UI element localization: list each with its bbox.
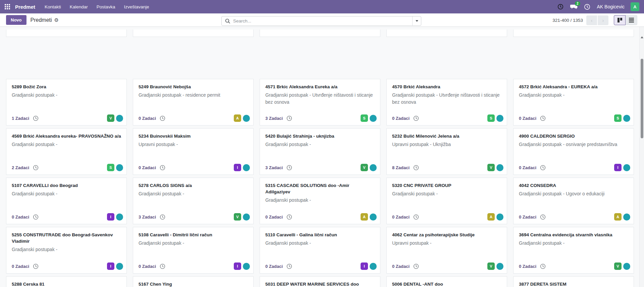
timer-clock-icon[interactable]	[557, 3, 564, 10]
stage-avatar-dot[interactable]	[623, 164, 630, 171]
kanban-card[interactable]: 4570 Brkić Aleksandra Gradjanski postupa…	[386, 79, 507, 126]
card-tasks-link[interactable]: 8 Zadaci	[392, 165, 410, 170]
kanban-card[interactable]: 5288 Cerska 81 Gradjanski postupak - 0 Z…	[6, 276, 127, 287]
search-filters-toggle[interactable]	[412, 16, 421, 26]
activity-clock-icon[interactable]	[286, 214, 292, 220]
assignee-avatar-badge[interactable]: I	[234, 262, 241, 270]
stage-avatar-dot[interactable]	[116, 164, 123, 171]
kanban-card[interactable]: 4569 Brkić Aleksandra eureka- PRAVOSNAŽN…	[6, 128, 127, 175]
kanban-card[interactable]: 5315 CASCADE SOLUTIONS doo -Amir Adilgaz…	[260, 178, 380, 224]
pager-next-button[interactable]: ›	[598, 15, 608, 25]
activities-clock-icon[interactable]	[584, 3, 591, 10]
card-tasks-link[interactable]: 0 Zadaci	[519, 264, 536, 269]
kanban-card[interactable]: 4572 Brkić Aleksandra - EUREKA a/a Gradj…	[513, 79, 634, 126]
card-tasks-link[interactable]: 0 Zadaci	[519, 165, 536, 170]
stage-avatar-dot[interactable]	[496, 164, 503, 171]
stage-avatar-dot[interactable]	[243, 263, 250, 270]
menu-item-postavka[interactable]: Postavka	[97, 4, 115, 9]
kanban-card[interactable]: 5420 Bulajić Strahinja - uknjizba Gradja…	[260, 128, 380, 175]
activity-clock-icon[interactable]	[33, 165, 39, 171]
kanban-card[interactable]: 5031 DEEP WATER MARINE SERVICES doo Beog…	[260, 276, 380, 287]
scroll-up-arrow-icon[interactable]	[641, 36, 643, 38]
activity-clock-icon[interactable]	[540, 214, 546, 220]
stage-avatar-dot[interactable]	[370, 213, 377, 221]
card-tasks-link[interactable]: 3 Zadaci	[265, 116, 283, 121]
stage-avatar-dot[interactable]	[496, 115, 503, 122]
activity-clock-icon[interactable]	[413, 115, 419, 121]
card-tasks-link[interactable]: 0 Zadaci	[392, 214, 410, 220]
assignee-avatar-badge[interactable]: A	[234, 114, 241, 122]
kanban-card[interactable]: 5234 Buinovskii Maksim Upravni postupak …	[133, 128, 254, 175]
card-tasks-link[interactable]: 0 Zadaci	[265, 214, 283, 220]
assignee-avatar-badge[interactable]: S	[107, 164, 114, 171]
card-tasks-link[interactable]: 0 Zadaci	[139, 116, 156, 121]
view-switch-list-button[interactable]	[626, 15, 637, 25]
assignee-avatar-badge[interactable]: I	[107, 213, 114, 221]
stage-avatar-dot[interactable]	[623, 115, 630, 122]
activity-clock-icon[interactable]	[160, 165, 165, 171]
card-tasks-link[interactable]: 0 Zadaci	[519, 116, 536, 121]
app-menu-predmet[interactable]: Predmet	[15, 4, 35, 10]
activity-clock-icon[interactable]	[33, 264, 39, 269]
kanban-card[interactable]: 5249 Braunović Nebojša Gradjanski postup…	[133, 79, 254, 126]
activity-clock-icon[interactable]	[33, 115, 39, 121]
assignee-avatar-badge[interactable]: I	[361, 262, 368, 270]
stage-avatar-dot[interactable]	[116, 115, 123, 122]
card-tasks-link[interactable]: 3 Zadaci	[139, 214, 156, 220]
card-tasks-link[interactable]: 2 Zadaci	[12, 165, 29, 170]
stage-avatar-dot[interactable]	[243, 164, 250, 171]
kanban-card[interactable]: 5255 CONSTRUTRADE doo Beograd-Savenkov V…	[6, 227, 127, 274]
assignee-avatar-badge[interactable]: A	[361, 213, 368, 221]
kanban-card[interactable]: 4042 CONSEDRA Gradjanski postupak - Ugov…	[513, 178, 634, 224]
stage-avatar-dot[interactable]	[116, 263, 123, 270]
activity-clock-icon[interactable]	[413, 165, 419, 171]
stage-avatar-dot[interactable]	[496, 213, 503, 221]
activity-clock-icon[interactable]	[286, 115, 292, 121]
card-tasks-link[interactable]: 3 Zadaci	[265, 165, 283, 170]
assignee-avatar-badge[interactable]: I	[107, 262, 114, 270]
apps-grid-icon[interactable]	[5, 4, 10, 10]
view-switch-kanban-button[interactable]	[614, 15, 626, 25]
new-record-button[interactable]: Novo	[6, 15, 26, 25]
assignee-avatar-badge[interactable]: A	[487, 213, 495, 221]
stage-avatar-dot[interactable]	[623, 263, 630, 270]
kanban-card[interactable]: 5107 CARAVELLI doo Beograd Gradjanski po…	[6, 178, 127, 224]
kanban-card[interactable]: 5167 Chen Ying Gradjanski postupak - 0 Z…	[133, 276, 254, 287]
assignee-avatar-badge[interactable]: S	[487, 114, 495, 122]
activity-clock-icon[interactable]	[413, 214, 419, 220]
assignee-avatar-badge[interactable]: I	[614, 164, 622, 171]
stage-avatar-dot[interactable]	[496, 263, 503, 270]
assignee-avatar-badge[interactable]: V	[107, 114, 114, 122]
card-tasks-link[interactable]: 0 Zadaci	[519, 214, 536, 220]
assignee-avatar-badge[interactable]: V	[234, 213, 241, 221]
card-tasks-link[interactable]: 0 Zadaci	[12, 214, 29, 220]
menu-item-kontakti[interactable]: Kontakti	[45, 4, 61, 9]
assignee-avatar-badge[interactable]: A	[614, 213, 622, 221]
pager-previous-button[interactable]: ‹	[586, 15, 597, 25]
card-tasks-link[interactable]: 0 Zadaci	[265, 264, 283, 269]
kanban-card[interactable]: 3694 Centralna evidencija stvarnih vlasn…	[513, 227, 634, 274]
user-avatar[interactable]: A	[631, 2, 639, 11]
stage-avatar-dot[interactable]	[623, 213, 630, 221]
assignee-avatar-badge[interactable]: S	[361, 114, 368, 122]
activity-clock-icon[interactable]	[540, 165, 546, 171]
kanban-card[interactable]: 5232 Bulić Milenović Jelena a/a Upravni …	[386, 128, 507, 175]
activity-clock-icon[interactable]	[286, 264, 292, 269]
stage-avatar-dot[interactable]	[243, 213, 250, 221]
kanban-card[interactable]: 5320 CNC PRIVATE GROUP Gradjanski postup…	[386, 178, 507, 224]
vertical-scrollbar[interactable]	[639, 27, 644, 287]
activity-clock-icon[interactable]	[160, 115, 165, 121]
activity-clock-icon[interactable]	[413, 264, 419, 269]
assignee-avatar-badge[interactable]: V	[614, 262, 622, 270]
assignee-avatar-badge[interactable]: I	[234, 164, 241, 171]
card-tasks-link[interactable]: 0 Zadaci	[392, 116, 410, 121]
scrollbar-thumb[interactable]	[641, 59, 643, 138]
search-input[interactable]	[233, 18, 412, 23]
card-tasks-link[interactable]: 0 Zadaci	[139, 165, 156, 170]
kanban-card[interactable]: 5289 Božić Zora Gradjanski postupak - 1 …	[6, 79, 127, 126]
messages-icon[interactable]: 2	[570, 3, 578, 10]
menu-item-kalendar[interactable]: Kalendar	[70, 4, 88, 9]
activity-clock-icon[interactable]	[540, 115, 546, 121]
menu-item-izvestavanje[interactable]: Izveštavanje	[124, 4, 149, 9]
activity-clock-icon[interactable]	[540, 264, 546, 269]
